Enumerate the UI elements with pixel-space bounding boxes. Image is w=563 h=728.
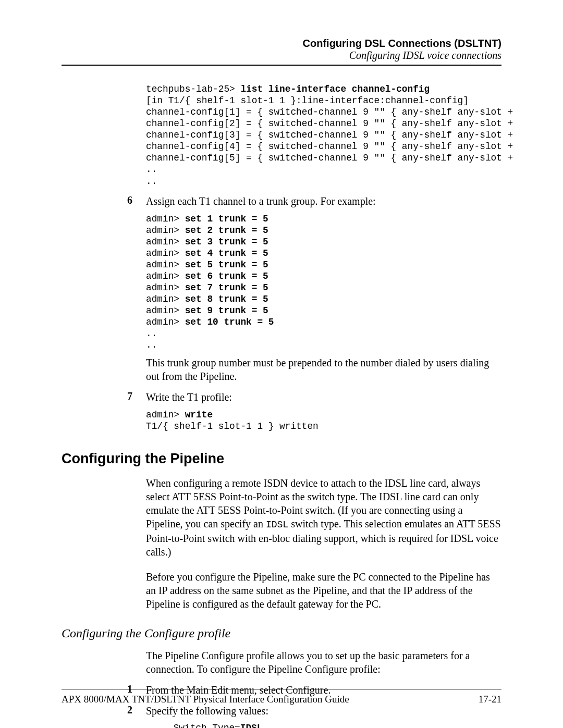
- config-item: –Switch Type=IDSL: [161, 723, 501, 728]
- subsection-body: The Pipeline Configure profile allows yo…: [146, 649, 501, 728]
- code-command: set 5 trunk = 5: [185, 260, 268, 270]
- body-content: techpubs-lab-25> list line-interface cha…: [146, 83, 501, 432]
- config-list: –Switch Type=IDSL–Chan Usage=Switch/Swit…: [146, 723, 501, 728]
- dash-icon: –: [161, 723, 166, 728]
- code-command: set 10 trunk = 5: [185, 317, 274, 327]
- step-6: 6 Assign each T1 channel to a trunk grou…: [127, 194, 501, 208]
- section-body: When configuring a remote ISDN device to…: [146, 476, 501, 610]
- page: Configuring DSL Connections (DSLTNT) Con…: [0, 0, 563, 728]
- header-section: Configuring IDSL voice connections: [62, 50, 501, 61]
- header-rule: [62, 65, 501, 66]
- inline-code: IDSL: [266, 520, 288, 530]
- code-block-3: admin> write T1/{ shelf-1 slot-1 1 } wri…: [146, 409, 501, 432]
- code-output: [in T1/{ shelf-1 slot-1 1 }:line-interfa…: [146, 95, 513, 186]
- code-command: set 7 trunk = 5: [185, 282, 268, 293]
- code-command: set 3 trunk = 5: [185, 237, 268, 247]
- code-command: set 2 trunk = 5: [185, 225, 268, 236]
- footer-guide-title: APX 8000/MAX TNT/DSLTNT Physical Interfa…: [62, 694, 349, 705]
- code-command: set 8 trunk = 5: [185, 294, 268, 304]
- step-7: 7 Write the T1 profile:: [127, 390, 501, 404]
- code-prompt: admin>: [146, 410, 185, 420]
- subsection-intro: The Pipeline Configure profile allows yo…: [146, 649, 501, 676]
- page-header: Configuring DSL Connections (DSLTNT) Con…: [62, 38, 501, 61]
- step-number: 7: [127, 390, 146, 402]
- subsection-heading: Configuring the Configure profile: [62, 626, 501, 640]
- code-block-1: techpubs-lab-25> list line-interface cha…: [146, 83, 501, 187]
- code-command: set 4 trunk = 5: [185, 248, 268, 258]
- step-number: 2: [127, 704, 146, 716]
- step-text: Specify the following values:: [146, 704, 268, 718]
- section-heading: Configuring the Pipeline: [62, 451, 501, 467]
- header-chapter: Configuring DSL Connections (DSLTNT): [62, 38, 501, 50]
- code-command: write: [185, 410, 213, 420]
- step-text: Write the T1 profile:: [146, 390, 232, 404]
- footer-page-number: 17-21: [479, 694, 501, 705]
- code-prompt: techpubs-lab-25>: [146, 84, 240, 94]
- code-command: list line-interface channel-config: [240, 84, 430, 94]
- section-para-2: Before you configure the Pipeline, make …: [146, 570, 501, 611]
- page-footer: APX 8000/MAX TNT/DSLTNT Physical Interfa…: [62, 689, 501, 705]
- code-command: set 9 trunk = 5: [185, 305, 268, 316]
- config-value: IDSL: [240, 723, 263, 728]
- section-para-1: When configuring a remote ISDN device to…: [146, 476, 501, 558]
- code-block-2: admin> set 1 trunk = 5 admin> set 2 trun…: [146, 213, 501, 351]
- substep-2: 2 Specify the following values:: [127, 704, 501, 718]
- step-number: 6: [127, 194, 146, 206]
- trunk-note: This trunk group number must be prepende…: [146, 356, 501, 383]
- code-output: T1/{ shelf-1 slot-1 1 } written: [146, 421, 319, 431]
- code-command: set 1 trunk = 5: [185, 214, 268, 224]
- step-text: Assign each T1 channel to a trunk group.…: [146, 194, 376, 208]
- code-command: set 6 trunk = 5: [185, 271, 268, 281]
- config-label: Switch Type=: [174, 723, 240, 728]
